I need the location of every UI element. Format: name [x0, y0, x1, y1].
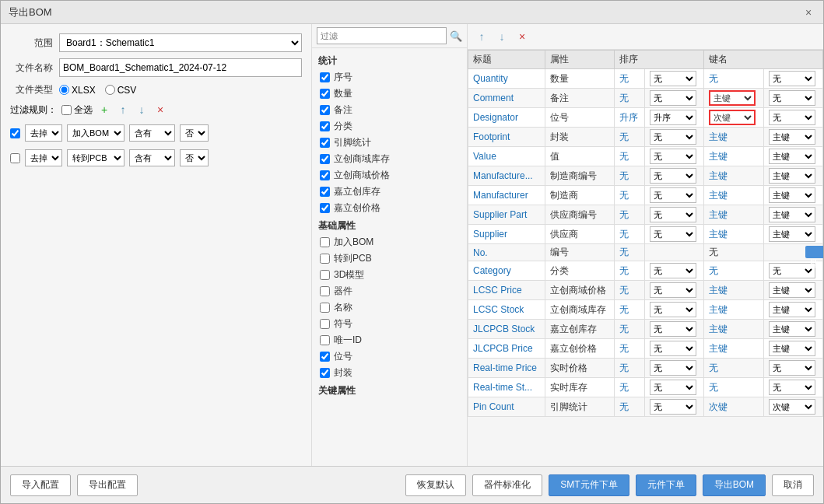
check-jlc-price[interactable]: 嘉立创价格: [312, 200, 467, 216]
close-button[interactable]: ×: [801, 5, 815, 19]
rule2-checkbox[interactable]: [10, 153, 20, 163]
key-select[interactable]: 主键无次键: [769, 187, 815, 203]
check-pincount[interactable]: 引脚统计: [312, 135, 467, 151]
add-rule-button[interactable]: +: [97, 103, 111, 117]
row-title: Real-time Price: [468, 359, 545, 378]
key-select[interactable]: 主键无次键: [769, 129, 815, 145]
delete-rule-button[interactable]: ×: [153, 103, 167, 117]
row-title: Real-time St...: [468, 378, 545, 397]
sort-select[interactable]: 无升序降序: [650, 168, 696, 184]
row-attr: 供应商编号: [545, 205, 615, 225]
scope-select[interactable]: Board1：Schematic1: [59, 33, 302, 52]
rule1-value-select[interactable]: 否是: [180, 124, 209, 142]
rule1-action-select[interactable]: 加入BOM转到PCB: [67, 124, 124, 142]
move-up-button[interactable]: ↑: [116, 103, 130, 117]
sort-select[interactable]: 无升序降序: [650, 71, 696, 86]
row-sort: 无: [615, 205, 645, 225]
sort-select[interactable]: 无升序降序: [650, 226, 696, 242]
sort-select[interactable]: 无升序降序: [650, 207, 696, 222]
check-name[interactable]: 名称: [312, 299, 467, 316]
check-lcsc-price[interactable]: 立创商域价格: [312, 167, 467, 184]
key-select-comment[interactable]: 主键无次键: [709, 90, 756, 106]
key-select[interactable]: 主键无次键: [769, 149, 815, 164]
key-select[interactable]: 主键无次键: [769, 341, 815, 356]
key-select-designator[interactable]: 次键无主键: [709, 110, 756, 125]
key-select[interactable]: 主键无次键: [769, 168, 815, 184]
sort-up-button[interactable]: ↑: [474, 29, 489, 44]
filename-input[interactable]: [59, 58, 302, 77]
sort-select[interactable]: 无升序降序: [650, 399, 696, 415]
export-bom-button[interactable]: 导出BOM: [703, 474, 766, 496]
check-category[interactable]: 分类: [312, 118, 467, 135]
check-joinbom[interactable]: 加入BOM: [312, 234, 467, 250]
key-select[interactable]: 次键无主键: [769, 399, 815, 415]
key-select[interactable]: 无主键次键: [769, 71, 815, 86]
sort-select[interactable]: 无升序降序: [650, 149, 696, 164]
sort-select[interactable]: 无升序降序: [650, 360, 696, 376]
rule1-contain-select[interactable]: 含有不含有: [129, 124, 175, 142]
standardize-button[interactable]: 器件标准化: [472, 474, 542, 496]
sort-select[interactable]: 无升序降序: [650, 90, 696, 106]
key-select[interactable]: 主键无次键: [769, 302, 815, 317]
cancel-button[interactable]: 取消: [772, 474, 814, 496]
sort-select[interactable]: 升序无降序: [650, 110, 696, 125]
component-order-button[interactable]: 元件下单: [636, 474, 696, 496]
smt-order-button[interactable]: SMT元件下单: [549, 474, 629, 496]
filter-rule-label: 过滤规则：: [10, 103, 57, 117]
rule1-checkbox[interactable]: [10, 128, 20, 138]
check-lcsc-stock[interactable]: 立创商域库存: [312, 151, 467, 167]
delete-column-button[interactable]: ×: [514, 29, 530, 44]
sort-select[interactable]: 无升序降序: [650, 187, 696, 203]
side-tab[interactable]: 批注: [805, 246, 823, 258]
check-designator[interactable]: 位号: [312, 348, 467, 365]
check-topcb[interactable]: 转到PCB: [312, 250, 467, 267]
key-select[interactable]: 无主键次键: [769, 380, 815, 395]
sort-select[interactable]: 无升序降序: [650, 321, 696, 337]
key-select[interactable]: 主键无次键: [769, 207, 815, 222]
sort-select[interactable]: 无升序降序: [650, 302, 696, 317]
sort-select[interactable]: 无升序降序: [650, 380, 696, 395]
row-key: 主键: [704, 320, 763, 339]
check-component[interactable]: 器件: [312, 283, 467, 299]
restore-defaults-button[interactable]: 恢复默认: [405, 474, 466, 496]
check-serial[interactable]: 序号: [312, 69, 467, 86]
sort-down-button[interactable]: ↓: [494, 29, 510, 44]
key-select[interactable]: 主键无次键: [769, 282, 815, 298]
key-select[interactable]: 无主键次键: [769, 110, 815, 125]
select-all-label: 全选: [74, 103, 93, 117]
rule2-contain-select[interactable]: 含有不含有: [129, 149, 175, 166]
check-comment[interactable]: 备注: [312, 102, 467, 118]
move-down-button[interactable]: ↓: [135, 103, 149, 117]
row-title: No.: [468, 244, 545, 261]
xlsx-option[interactable]: XLSX: [59, 85, 96, 96]
row-attr: 值: [545, 147, 615, 166]
check-quantity[interactable]: 数量: [312, 86, 467, 102]
check-3d[interactable]: 3D模型: [312, 267, 467, 283]
row-sort: 无: [615, 339, 645, 359]
key-select[interactable]: 无主键次键: [769, 90, 815, 106]
filter-input[interactable]: [317, 27, 447, 44]
rule1-remove-select[interactable]: 去掉保留: [25, 124, 62, 142]
check-uid[interactable]: 唯一ID: [312, 332, 467, 348]
check-symbol[interactable]: 符号: [312, 316, 467, 332]
select-all-checkbox[interactable]: 全选: [61, 103, 93, 117]
rule2-remove-select[interactable]: 去掉保留: [25, 149, 62, 166]
key-select[interactable]: 主键无次键: [769, 321, 815, 337]
row-sort: 无: [615, 244, 645, 261]
export-config-button[interactable]: 导出配置: [77, 474, 138, 496]
row-key: 无: [704, 69, 763, 89]
key-select[interactable]: 无主键次键: [769, 360, 815, 376]
import-config-button[interactable]: 导入配置: [10, 474, 71, 496]
sort-select[interactable]: 无升序降序: [650, 282, 696, 298]
key-select[interactable]: 主键无次键: [769, 226, 815, 242]
csv-option[interactable]: CSV: [105, 85, 137, 96]
check-footprint[interactable]: 封装: [312, 365, 467, 381]
key-select[interactable]: 无主键次键: [769, 263, 815, 278]
rule2-action-select[interactable]: 转到PCB加入BOM: [67, 149, 124, 166]
sort-select[interactable]: 无升序降序: [650, 263, 696, 278]
rule2-value-select[interactable]: 否是: [180, 149, 209, 166]
dialog-body: 范围 Board1：Schematic1 文件名称 文件类型 XLSX C: [1, 24, 823, 466]
check-jlc-stock[interactable]: 嘉立创库存: [312, 184, 467, 200]
sort-select[interactable]: 无升序降序: [650, 341, 696, 356]
sort-select[interactable]: 无升序降序: [650, 129, 696, 145]
